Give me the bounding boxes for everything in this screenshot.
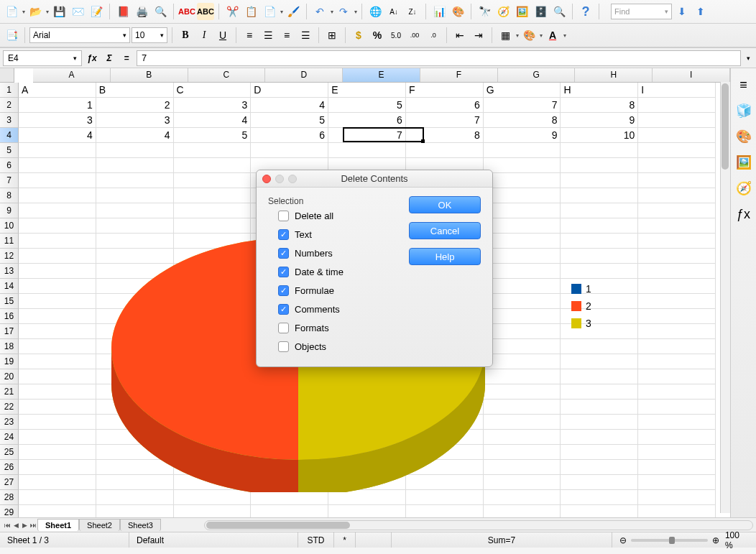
spellcheck-icon[interactable]: ABC [178, 3, 195, 20]
cell[interactable] [328, 143, 406, 158]
cell[interactable] [561, 339, 638, 354]
bgcolor-dropdown[interactable]: ▾ [540, 32, 543, 39]
pdf-icon[interactable]: 📕 [114, 3, 132, 20]
cell[interactable]: 10 [561, 128, 638, 143]
zoom-icon[interactable]: 🔍 [550, 3, 568, 20]
cell[interactable] [638, 98, 716, 113]
open-icon[interactable]: 📂 [27, 3, 44, 20]
currency-icon[interactable]: $ [350, 27, 367, 44]
ok-button[interactable]: OK [409, 196, 481, 213]
cell[interactable]: 4 [251, 98, 328, 113]
row-header[interactable]: 20 [0, 369, 19, 384]
row-header[interactable]: 2 [0, 98, 19, 113]
cell[interactable]: 5 [174, 128, 252, 143]
cell[interactable] [19, 218, 96, 234]
chart-icon[interactable]: 📊 [430, 3, 448, 20]
number-format-icon[interactable]: 5.0 [387, 27, 405, 44]
cell[interactable] [561, 158, 638, 173]
styles-icon[interactable]: 📑 [3, 27, 20, 44]
cell[interactable]: 1 [19, 98, 96, 113]
cell[interactable] [638, 460, 716, 475]
cell[interactable] [638, 339, 716, 354]
cell[interactable] [96, 143, 174, 158]
cell[interactable] [484, 430, 561, 445]
row-header[interactable]: 11 [0, 234, 19, 249]
checkbox-option[interactable]: ✓Comments [278, 304, 395, 315]
align-left-icon[interactable]: ≡ [241, 27, 258, 44]
functions-panel-icon[interactable]: ƒx [734, 205, 753, 223]
tab-first-icon[interactable]: ⏮ [3, 520, 11, 531]
cell[interactable] [174, 415, 252, 430]
zoom-slider[interactable] [631, 539, 708, 542]
cell[interactable] [484, 400, 561, 415]
cell[interactable] [174, 143, 252, 158]
cell[interactable] [328, 460, 406, 475]
cell[interactable] [96, 324, 174, 339]
cell[interactable] [251, 415, 328, 430]
cell[interactable] [174, 173, 252, 188]
cell[interactable] [174, 339, 252, 354]
checkbox-icon[interactable] [278, 323, 289, 333]
italic-icon[interactable]: I [195, 27, 213, 44]
row-header[interactable]: 9 [0, 203, 19, 218]
cell[interactable] [174, 249, 252, 264]
cell[interactable] [96, 384, 174, 400]
cell[interactable] [328, 400, 406, 415]
vscroll-thumb[interactable] [722, 83, 729, 170]
cell[interactable] [638, 203, 716, 218]
print-icon[interactable]: 🖨️ [133, 3, 150, 20]
cell[interactable] [19, 203, 96, 218]
checkbox-icon[interactable] [278, 341, 289, 352]
cell[interactable] [96, 279, 174, 294]
cell[interactable] [561, 203, 638, 218]
align-justify-icon[interactable]: ☰ [297, 27, 314, 44]
column-header[interactable]: I [653, 68, 730, 82]
cell[interactable] [484, 218, 561, 234]
cell[interactable] [96, 430, 174, 445]
cell[interactable] [174, 234, 252, 249]
horizontal-scrollbar[interactable] [204, 520, 753, 530]
formula-input[interactable]: 7 [137, 50, 741, 66]
cell[interactable]: E [328, 83, 406, 98]
cell[interactable] [174, 324, 252, 339]
cell-reference-input[interactable]: E4 ▾ [3, 50, 82, 66]
properties-icon[interactable]: 🧊 [734, 101, 753, 120]
cell[interactable]: 6 [251, 128, 328, 143]
cell[interactable] [484, 445, 561, 460]
tab-prev-icon[interactable]: ◀ [11, 520, 20, 531]
cell[interactable] [19, 430, 96, 445]
cell[interactable] [638, 249, 716, 264]
cell[interactable] [484, 369, 561, 384]
cell[interactable] [251, 384, 328, 400]
row-header[interactable]: 5 [0, 143, 19, 158]
cell[interactable] [406, 400, 484, 415]
bold-icon[interactable]: B [177, 27, 194, 44]
row-header[interactable]: 23 [0, 415, 19, 430]
font-name-select[interactable]: Arial ▾ [29, 27, 130, 43]
cell[interactable] [328, 505, 406, 517]
cell[interactable]: 9 [561, 113, 638, 128]
row-header[interactable]: 6 [0, 158, 19, 173]
show-draw-icon[interactable]: 🎨 [449, 3, 466, 20]
navigator-icon[interactable]: 🧭 [494, 3, 512, 20]
cell[interactable]: 3 [174, 98, 252, 113]
cell[interactable] [96, 369, 174, 384]
cell[interactable]: C [174, 83, 252, 98]
borders-icon[interactable]: ▦ [497, 27, 514, 44]
dialog-titlebar[interactable]: Delete Contents [257, 170, 492, 188]
column-header[interactable]: B [111, 68, 188, 82]
decrease-indent-icon[interactable]: ⇤ [451, 27, 469, 44]
cell[interactable] [484, 294, 561, 309]
cell[interactable] [174, 505, 252, 517]
checkbox-icon[interactable]: ✓ [278, 229, 289, 240]
cell[interactable] [561, 218, 638, 234]
row-header[interactable]: 25 [0, 445, 19, 460]
add-decimal-icon[interactable]: .00 [406, 27, 423, 44]
cell[interactable] [638, 128, 716, 143]
help-icon[interactable]: ? [577, 3, 594, 20]
cell[interactable] [638, 264, 716, 279]
cell[interactable] [19, 490, 96, 505]
column-header[interactable]: H [575, 68, 653, 82]
cell[interactable]: 4 [96, 128, 174, 143]
cell[interactable] [484, 460, 561, 475]
